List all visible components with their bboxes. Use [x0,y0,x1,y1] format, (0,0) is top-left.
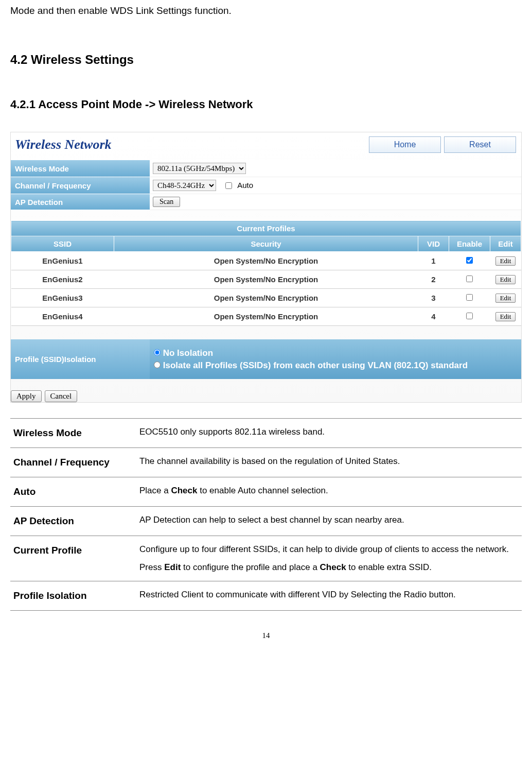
section-heading-4-2-1: 4.2.1 Access Point Mode -> Wireless Netw… [10,98,522,111]
apply-button[interactable]: Apply [11,390,42,402]
no-isolation-text: No Isolation [163,348,213,358]
security-cell: Open System/No Encryption [114,252,418,270]
enable-checkbox[interactable] [466,294,473,301]
col-enable: Enable [449,236,490,252]
ssid-cell: EnGenius3 [11,289,114,307]
security-cell: Open System/No Encryption [114,270,418,289]
no-isolation-radio[interactable] [154,349,161,356]
ssid-cell: EnGenius4 [11,307,114,326]
current-profiles-table: Current Profiles SSID Security VID Enabl… [11,220,521,326]
page-number: 14 [10,631,522,640]
section-heading-4-2: 4.2 Wireless Settings [10,53,522,67]
channel-frequency-select[interactable]: Ch48-5.24GHz [153,180,216,191]
col-ssid: SSID [11,236,114,252]
def-desc: Restricted Client to communicate with di… [136,581,522,610]
isolate-vlan-radio[interactable] [154,361,161,368]
wireless-network-panel: Wireless Network Home Reset Wireless Mod… [10,132,522,403]
settings-table: Wireless Mode 802.11a (5GHz/54Mbps) Chan… [11,160,521,210]
vid-cell: 2 [418,270,449,289]
edit-button[interactable]: Edit [495,256,516,266]
def-desc: The channel availability is based on the… [136,447,522,477]
enable-checkbox[interactable] [466,313,473,319]
vid-cell: 4 [418,307,449,326]
def-term: Auto [10,477,136,506]
def-desc: Place a Check to enable Auto channel sel… [136,477,522,506]
table-row: EnGenius4 Open System/No Encryption 4 Ed… [11,307,521,326]
enable-checkbox[interactable] [466,257,473,264]
def-desc: EOC5510 only supports 802.11a wireless b… [136,419,522,448]
ssid-cell: EnGenius1 [11,252,114,270]
table-row: EnGenius2 Open System/No Encryption 2 Ed… [11,270,521,289]
scan-button[interactable]: Scan [153,197,180,207]
def-desc: Configure up to four different SSIDs, it… [136,536,522,581]
vid-cell: 1 [418,252,449,270]
vid-cell: 3 [418,289,449,307]
wireless-mode-select[interactable]: 802.11a (5GHz/54Mbps) [153,163,246,174]
def-term: Profile Isolation [10,581,136,610]
auto-channel-checkbox[interactable] [225,182,232,189]
isolate-vlan-text: Isolate all Profiles (SSIDs) from each o… [163,360,468,370]
edit-button[interactable]: Edit [495,312,516,321]
def-term: Current Profile [10,536,136,581]
cancel-button[interactable]: Cancel [45,390,78,402]
col-edit: Edit [490,236,521,252]
ssid-cell: EnGenius2 [11,270,114,289]
home-button[interactable]: Home [369,136,441,153]
security-cell: Open System/No Encryption [114,289,418,307]
auto-label: Auto [237,181,253,190]
edit-button[interactable]: Edit [495,294,516,303]
def-desc: AP Detection can help to select a best c… [136,506,522,536]
isolation-option-none[interactable]: No Isolation [154,348,517,358]
def-term: Wireless Mode [10,419,136,448]
ap-detection-label: AP Detection [11,194,150,210]
col-vid: VID [418,236,449,252]
panel-header: Wireless Network Home Reset [11,132,521,160]
table-row: EnGenius1 Open System/No Encryption 1 Ed… [11,252,521,270]
isolation-table: Profile (SSID)Isolation No Isolation Iso… [11,339,521,379]
def-term: AP Detection [10,506,136,536]
definitions-table: Wireless Mode EOC5510 only supports 802.… [10,418,522,611]
table-row: EnGenius3 Open System/No Encryption 3 Ed… [11,289,521,307]
col-security: Security [114,236,418,252]
reset-button[interactable]: Reset [444,136,516,153]
wireless-mode-label: Wireless Mode [11,160,150,177]
panel-title: Wireless Network [13,137,112,152]
isolation-label: Profile (SSID)Isolation [11,339,150,379]
enable-checkbox[interactable] [466,275,473,282]
channel-frequency-label: Channel / Frequency [11,177,150,194]
def-term: Channel / Frequency [10,447,136,477]
profiles-header: Current Profiles [11,221,521,236]
security-cell: Open System/No Encryption [114,307,418,326]
isolation-option-vlan[interactable]: Isolate all Profiles (SSIDs) from each o… [154,360,517,371]
edit-button[interactable]: Edit [495,275,516,284]
body-text-fragment: Mode and then enable WDS Link Settings f… [10,5,522,16]
